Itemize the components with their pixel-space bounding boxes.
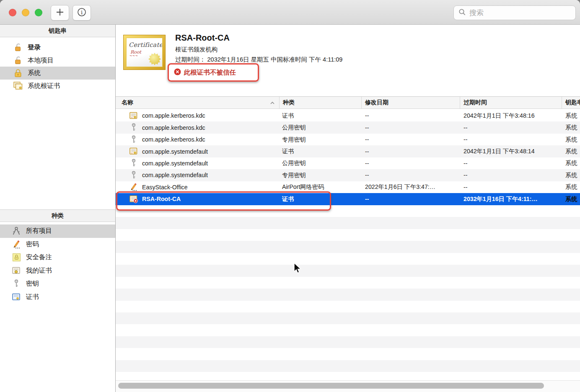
keychain-access-window: i 钥匙串 登录 本地项目 系统 系统根证书: [0, 0, 580, 392]
cell-kind: 公用密钥: [280, 121, 362, 133]
table-row[interactable]: com.apple.systemdefault专用密钥----系统: [116, 169, 580, 181]
item-name-label: EasyStack-Office: [142, 184, 188, 191]
cell-expires: --: [460, 134, 562, 145]
search-field[interactable]: [453, 5, 576, 20]
keychain-unlocked-icon: [13, 42, 23, 52]
cell-modified: --: [362, 169, 460, 181]
item-name-label: com.apple.systemdefault: [142, 172, 208, 178]
not-trusted-icon: [174, 68, 181, 77]
item-name-label: com.apple.kerberos.kdc: [142, 136, 205, 143]
category-header-label: 种类: [52, 212, 64, 220]
cell-modified: --: [362, 110, 460, 121]
table-row[interactable]: com.apple.kerberos.kdc专用密钥----系统: [116, 134, 580, 145]
sidebar-category-secure-note[interactable]: 安全备注: [0, 251, 115, 264]
item-name-label: com.apple.kerberos.kdc: [142, 112, 205, 119]
get-info-button[interactable]: i: [72, 5, 91, 21]
table-row[interactable]: RSA-Root-CA证书--2032年1月16日 下午4:11:…系统: [116, 193, 580, 205]
sidebar-keychain-keychain-locked[interactable]: 系统: [0, 67, 115, 80]
cell-kind: 专用密钥: [280, 169, 362, 181]
sidebar: 钥匙串 登录 本地项目 系统 系统根证书 种类 所有项目 密码: [0, 25, 116, 392]
cell-keychain: 系统: [562, 121, 580, 133]
horizontal-scrollbar-thumb[interactable]: [118, 383, 544, 389]
empty-rows-striping: [116, 205, 580, 380]
column-header-kind[interactable]: 种类: [280, 97, 362, 108]
sidebar-category-certificate-blue[interactable]: 证书: [0, 291, 115, 304]
column-header-name[interactable]: 名称: [116, 97, 280, 108]
search-input[interactable]: [469, 9, 566, 17]
cell-expires: 2042年1月1日 下午3:48:14: [460, 145, 562, 157]
cell-keychain: 系统: [562, 193, 580, 205]
cert-stack-icon: [13, 81, 23, 91]
main-content: Certificate Root ~~~ RSA-Root-CA 根证书颁发机构…: [116, 25, 580, 392]
close-window-button[interactable]: [9, 9, 16, 16]
column-header-expires[interactable]: 过期时间: [460, 97, 562, 108]
sidebar-item-label: 所有项目: [26, 227, 52, 235]
table-row[interactable]: com.apple.kerberos.kdc证书--2042年1月1日 下午3:…: [116, 110, 580, 121]
keychains-header-label: 钥匙串: [49, 27, 67, 35]
info-icon: i: [77, 7, 87, 19]
all-items-keys-icon: [11, 226, 22, 236]
column-header-keychain[interactable]: 钥匙串: [562, 97, 580, 108]
traffic-lights: [9, 9, 42, 16]
keychains-section-header: 钥匙串: [0, 25, 115, 37]
table-row[interactable]: com.apple.kerberos.kdc公用密钥----系统: [116, 121, 580, 133]
cell-keychain: 系统: [562, 157, 580, 169]
cell-expires: --: [460, 121, 562, 133]
cell-keychain: 系统: [562, 181, 580, 193]
cell-kind: 证书: [280, 193, 362, 205]
sidebar-item-label: 密码: [26, 240, 39, 249]
sidebar-item-label: 本地项目: [28, 56, 54, 65]
toolbar: i: [0, 0, 580, 25]
cell-modified: --: [362, 145, 460, 157]
cell-name: com.apple.systemdefault: [116, 169, 280, 181]
sort-ascending-icon: [270, 99, 275, 106]
annotation-box: 此根证书不被信任: [168, 63, 259, 82]
cell-modified: 2022年1月6日 下午3:47:…: [362, 181, 460, 193]
key-icon: [11, 279, 22, 289]
sidebar-keychain-cert-stack[interactable]: 系统根证书: [0, 80, 115, 93]
sidebar-category-password-pencil[interactable]: 密码: [0, 238, 115, 251]
sidebar-keychain-keychain-unlocked[interactable]: 本地项目: [0, 54, 115, 67]
cell-expires: --: [460, 181, 562, 193]
cell-name: com.apple.kerberos.kdc: [116, 121, 280, 133]
keychain-list: 登录 本地项目 系统 系统根证书: [0, 41, 115, 93]
certificate-blue-icon: [11, 292, 22, 302]
table-row[interactable]: EasyStack-OfficeAirPort网络密码2022年1月6日 下午3…: [116, 181, 580, 193]
category-section-header: 种类: [0, 209, 115, 222]
cell-kind: 证书: [280, 145, 362, 157]
cell-kind: 公用密钥: [280, 157, 362, 169]
sidebar-keychain-keychain-unlocked[interactable]: 登录: [0, 41, 115, 54]
sidebar-category-key[interactable]: 密钥: [0, 277, 115, 291]
secure-note-icon: [11, 253, 22, 263]
cell-keychain: 系统: [562, 110, 580, 121]
cell-kind: AirPort网络密码: [280, 181, 362, 193]
item-name-label: com.apple.kerberos.kdc: [142, 124, 205, 131]
cell-expires: --: [460, 157, 562, 169]
table-row[interactable]: com.apple.systemdefault证书--2042年1月1日 下午3…: [116, 145, 580, 157]
cell-expires: --: [460, 169, 562, 181]
minimize-window-button[interactable]: [22, 9, 29, 16]
certificate-icon: [129, 111, 138, 120]
cell-keychain: 系统: [562, 169, 580, 181]
certificate-kind: 根证书颁发机构: [175, 46, 218, 54]
cell-name: com.apple.systemdefault: [116, 157, 280, 169]
certificate-artwork-icon: Certificate Root ~~~: [123, 35, 166, 70]
keychain-unlocked-icon: [13, 55, 23, 65]
sidebar-category-my-certificate[interactable]: 我的证书: [0, 264, 115, 278]
column-header-modified[interactable]: 修改日期: [362, 97, 460, 108]
sidebar-item-label: 证书: [26, 293, 39, 302]
certificate-expiry: 过期时间： 2032年1月16日 星期五 中国标准时间 下午 4:11:09: [175, 56, 342, 64]
horizontal-scrollbar-track[interactable]: [116, 380, 580, 392]
keychain-locked-icon: [13, 68, 23, 78]
sidebar-category-all-items-keys[interactable]: 所有项目: [0, 224, 115, 238]
certificate-name: RSA-Root-CA: [175, 33, 230, 43]
certificate-icon: [129, 147, 138, 156]
table-rows: com.apple.kerberos.kdc证书--2042年1月1日 下午3:…: [116, 110, 580, 205]
cell-name: com.apple.kerberos.kdc: [116, 110, 280, 121]
sidebar-item-label: 系统根证书: [28, 82, 60, 90]
add-item-button[interactable]: [51, 5, 69, 21]
table-row[interactable]: com.apple.systemdefault公用密钥----系统: [116, 157, 580, 169]
zoom-window-button[interactable]: [35, 9, 42, 16]
item-name-label: RSA-Root-CA: [142, 196, 181, 202]
svg-text:i: i: [81, 9, 83, 15]
